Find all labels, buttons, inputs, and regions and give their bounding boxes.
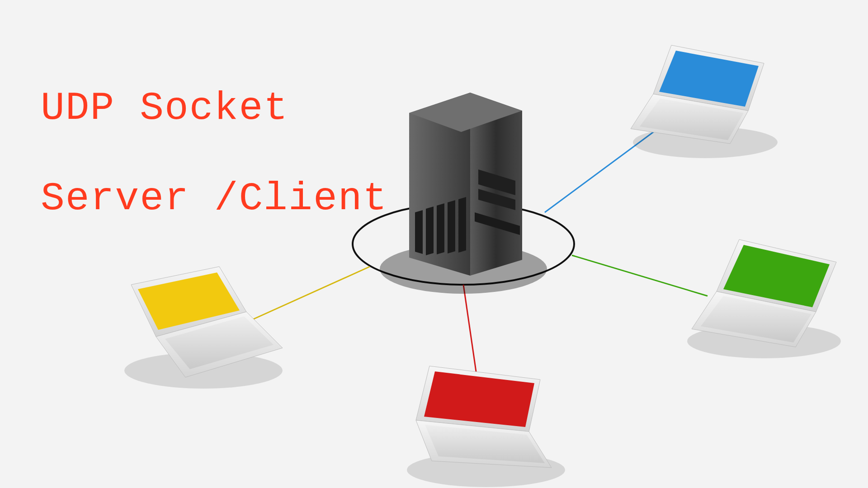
laptop-red-icon [407,366,565,487]
laptop-green-icon [687,239,841,358]
laptop-blue-icon [631,45,778,158]
laptops-layer [0,0,868,488]
diagram-stage: UDP Socket Server /Client [0,0,868,488]
laptop-yellow-icon [124,267,283,389]
